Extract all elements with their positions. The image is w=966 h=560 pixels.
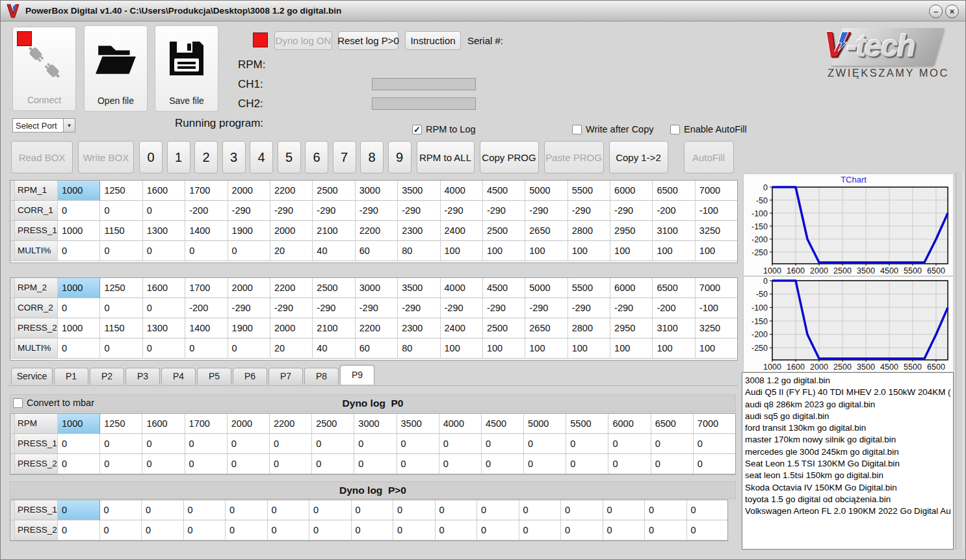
- tab-p2[interactable]: P2: [90, 368, 124, 385]
- cell[interactable]: 1300: [143, 318, 185, 338]
- cell[interactable]: 0: [312, 434, 354, 454]
- cell[interactable]: 0: [185, 434, 228, 454]
- cell[interactable]: 1600: [143, 181, 185, 201]
- cell[interactable]: 2400: [441, 221, 483, 241]
- tab-p5[interactable]: P5: [197, 368, 231, 385]
- cell[interactable]: 0: [270, 454, 312, 474]
- cell[interactable]: 5500: [568, 278, 610, 298]
- minimize-button[interactable]: –: [929, 5, 943, 18]
- file-list-item[interactable]: Skoda Octavia IV 150KM Go Digital.bin: [745, 482, 953, 494]
- open-file-button[interactable]: Open file: [84, 25, 148, 112]
- cell[interactable]: 4500: [482, 414, 524, 434]
- cell[interactable]: 0: [100, 520, 142, 541]
- cell[interactable]: 0: [100, 434, 142, 454]
- cell[interactable]: 2950: [610, 221, 653, 241]
- cell[interactable]: 1400: [185, 318, 228, 338]
- cell[interactable]: 2200: [270, 181, 313, 201]
- cell[interactable]: -290: [356, 298, 398, 318]
- cell[interactable]: -290: [483, 201, 525, 221]
- cell[interactable]: 0: [482, 454, 524, 474]
- cell[interactable]: 6500: [653, 278, 695, 298]
- file-list-item[interactable]: 3008 1.2 go digital.bin: [745, 375, 953, 387]
- cell[interactable]: 0: [687, 520, 729, 541]
- cell[interactable]: 0: [184, 500, 226, 520]
- cell[interactable]: 100: [483, 338, 525, 359]
- prog-button-4[interactable]: 4: [250, 141, 273, 173]
- cell[interactable]: 4000: [441, 278, 483, 298]
- cell[interactable]: 3500: [398, 181, 440, 201]
- cell[interactable]: 1400: [185, 221, 228, 241]
- cell[interactable]: 5000: [524, 414, 566, 434]
- cell[interactable]: 3500: [397, 414, 439, 434]
- cell[interactable]: 0: [477, 500, 519, 520]
- cell[interactable]: 0: [687, 500, 729, 520]
- cell[interactable]: -290: [398, 298, 440, 318]
- cell[interactable]: 7000: [694, 414, 736, 434]
- cell[interactable]: 0: [519, 520, 562, 541]
- cell[interactable]: 5500: [568, 181, 610, 201]
- file-list-item[interactable]: Volkswagen Arteon FL 2.0 190KM 2022 Go D…: [745, 505, 953, 517]
- cell[interactable]: 2950: [610, 318, 653, 338]
- cell[interactable]: 2000: [270, 221, 313, 241]
- cell[interactable]: 1250: [100, 414, 142, 434]
- autofill-button[interactable]: AutoFill: [684, 141, 734, 173]
- cell[interactable]: 0: [561, 500, 603, 520]
- cell[interactable]: 100: [653, 241, 695, 261]
- cell[interactable]: -200: [185, 201, 228, 221]
- cell[interactable]: 1700: [185, 278, 228, 298]
- cell[interactable]: 100: [696, 241, 738, 261]
- cell[interactable]: 2200: [270, 278, 313, 298]
- cell[interactable]: 1250: [100, 278, 142, 298]
- cell[interactable]: -290: [610, 201, 653, 221]
- file-list-item[interactable]: Audi Q5 II (FY FL) 40 TDI MHEV 2.0 150kW…: [745, 387, 953, 398]
- tab-p6[interactable]: P6: [233, 368, 267, 385]
- cell[interactable]: 0: [58, 454, 100, 474]
- cell[interactable]: 100: [568, 338, 610, 359]
- tab-p1[interactable]: P1: [54, 368, 88, 385]
- file-list-item[interactable]: audi sq5 go digital.bin: [745, 411, 953, 422]
- cell[interactable]: -200: [653, 298, 695, 318]
- file-list-item[interactable]: mercedes gle 300d 245km go digital.bin: [745, 446, 953, 458]
- cell[interactable]: 0: [185, 454, 228, 474]
- cell[interactable]: 2000: [228, 278, 270, 298]
- cell[interactable]: 6500: [651, 414, 694, 434]
- cell[interactable]: 0: [58, 201, 100, 221]
- cell[interactable]: 3100: [653, 318, 695, 338]
- cell[interactable]: 2500: [483, 318, 525, 338]
- cell[interactable]: -100: [696, 201, 738, 221]
- cell[interactable]: 7000: [696, 278, 738, 298]
- cell[interactable]: -290: [441, 201, 483, 221]
- cell[interactable]: 1000: [58, 221, 100, 241]
- cell[interactable]: 100: [696, 338, 738, 359]
- cell[interactable]: 100: [441, 241, 483, 261]
- cell[interactable]: 0: [142, 520, 184, 541]
- cell[interactable]: 0: [561, 520, 603, 541]
- cell[interactable]: -290: [270, 201, 313, 221]
- cell[interactable]: 3250: [696, 221, 738, 241]
- cell[interactable]: 0: [352, 500, 394, 520]
- prog-button-2[interactable]: 2: [194, 141, 218, 173]
- cell[interactable]: 2650: [525, 221, 568, 241]
- cell[interactable]: 2300: [398, 221, 440, 241]
- cell[interactable]: 0: [185, 241, 228, 261]
- cell[interactable]: -290: [525, 298, 568, 318]
- cell[interactable]: 100: [610, 338, 653, 359]
- cell[interactable]: 0: [651, 454, 694, 474]
- cell[interactable]: 0: [477, 520, 519, 541]
- cell[interactable]: -290: [568, 201, 610, 221]
- cell[interactable]: 100: [441, 338, 483, 359]
- cell[interactable]: -290: [398, 201, 440, 221]
- cell[interactable]: 100: [483, 241, 525, 261]
- cell[interactable]: 3000: [354, 414, 397, 434]
- cell[interactable]: 0: [228, 241, 270, 261]
- paste-prog-button[interactable]: Paste PROG: [544, 141, 604, 173]
- cell[interactable]: 40: [313, 241, 355, 261]
- cell[interactable]: 0: [226, 520, 268, 541]
- prog-button-8[interactable]: 8: [360, 141, 384, 173]
- cell[interactable]: 0: [524, 454, 566, 474]
- cell[interactable]: 0: [482, 434, 524, 454]
- cell[interactable]: -200: [185, 298, 228, 318]
- reset-log-button[interactable]: Reset log P>0: [338, 31, 398, 50]
- cell[interactable]: 3250: [696, 318, 738, 338]
- cell[interactable]: 0: [143, 201, 185, 221]
